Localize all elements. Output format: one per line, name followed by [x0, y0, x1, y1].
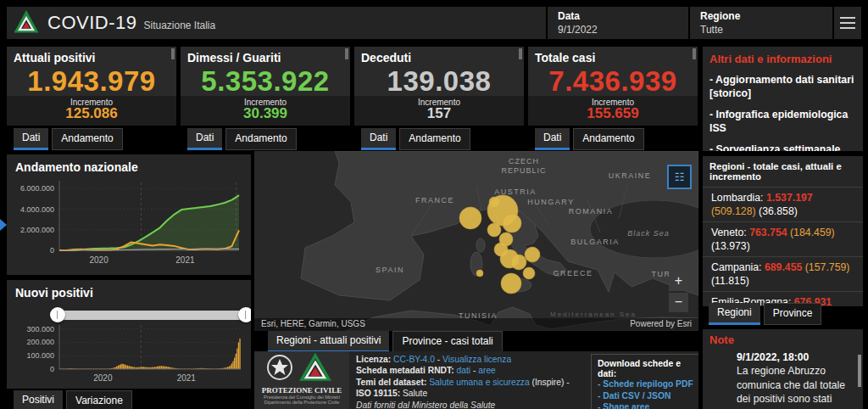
svg-text:2021: 2021	[177, 373, 197, 383]
region-row-veneto[interactable]: Veneto: 763.754 (184.459) (13.973)	[703, 221, 863, 256]
region-row-lombardia[interactable]: Lombardia: 1.537.197 (509.128) (36.858)	[703, 187, 863, 221]
powered-by-esri[interactable]: Powered by Esri	[630, 319, 692, 328]
andamento-nazionale-panel: Andamento nazionale 02.000.0004.000.0006…	[7, 154, 251, 275]
map-label-black-sea: Black Sea	[627, 229, 670, 238]
zoom-in-button[interactable]: +	[669, 272, 688, 291]
tab-andamento[interactable]: Andamento	[225, 128, 296, 150]
card-value: 7.436.939	[528, 65, 698, 98]
tab-andamento[interactable]: Andamento	[399, 128, 470, 150]
footer-tabs: Positivi Variazione	[14, 390, 132, 409]
header-region-block[interactable]: Regione Tutte	[688, 7, 832, 39]
map-label-spain: SPAIN	[376, 266, 404, 274]
chart-title: Nuovi positivi	[7, 280, 251, 300]
date-label: Data	[558, 10, 678, 22]
svg-text:200.000: 200.000	[26, 338, 54, 346]
tab-dati[interactable]: Dati	[361, 128, 396, 150]
tab-dati[interactable]: Dati	[535, 128, 570, 150]
incremento-value: 30.399	[181, 107, 350, 120]
svg-text:2020: 2020	[93, 373, 113, 383]
protezione-civile-logo-icon	[14, 10, 39, 36]
region-totale: 1.537.197	[766, 192, 813, 204]
tab-andamento[interactable]: Andamento	[52, 128, 122, 150]
tab-variazione[interactable]: Variazione	[66, 390, 132, 409]
map-label-romania: ROMANIA	[569, 207, 614, 216]
zoom-out-button[interactable]: −	[669, 293, 688, 312]
card-scrollbar[interactable]	[519, 48, 522, 59]
separator: -	[470, 366, 478, 375]
note-scrollbar[interactable]	[858, 355, 861, 387]
card-value: 139.038	[354, 65, 524, 98]
visualizza-licenza-link[interactable]: Visualizza licenza	[442, 355, 511, 364]
map-label-hungary: HUNGARY	[527, 198, 574, 206]
cc-by-link[interactable]: CC-BY-4.0	[393, 355, 435, 364]
region-attuali: (157.759)	[805, 261, 850, 273]
org-name: PROTEZIONE CIVILE	[254, 386, 349, 395]
tab-province[interactable]: Province	[764, 303, 822, 325]
card-scrollbar[interactable]	[693, 48, 696, 59]
region-row-campania[interactable]: Campania: 689.455 (157.759) (11.815)	[703, 256, 863, 291]
hamburger-menu-icon[interactable]	[832, 7, 861, 39]
card-scrollbar[interactable]	[345, 48, 348, 59]
header-date-block[interactable]: Data 9/1/2022	[546, 7, 688, 39]
time-range-slider[interactable]	[58, 311, 246, 320]
protezione-civile-emblem-icon	[254, 351, 349, 385]
region-name: Lombardia:	[711, 192, 764, 204]
licenza-label: Licenza:	[356, 355, 391, 364]
regioni-list-panel: Regioni - totale casi, attuali e increme…	[703, 156, 863, 306]
tab-regioni-attuali-positivi[interactable]: Regioni - attuali positivi	[268, 331, 389, 353]
temi-label: Temi del dataset:	[356, 378, 426, 387]
tab-regioni[interactable]: Regioni	[709, 303, 760, 325]
metadati-label: Scheda metadati RNDT:	[356, 366, 454, 375]
region-attuali: (509.128)	[711, 205, 756, 217]
app-subtitle: Situazione Italia	[143, 20, 215, 31]
tab-dati[interactable]: Dati	[14, 128, 48, 150]
attribution-sources: Esri, HERE, Garmin, USGS	[261, 319, 365, 328]
tab-dati[interactable]: Dati	[187, 128, 222, 150]
region-incremento: (13.973)	[711, 240, 750, 252]
svg-text:0: 0	[50, 365, 54, 373]
separator: -	[435, 355, 442, 364]
nuovi-positivi-chart[interactable]: 0100.000200.000300.00020202021	[7, 320, 251, 384]
svg-text:0: 0	[50, 246, 54, 255]
download-pdf-link[interactable]: - Schede riepilogo PDF	[598, 378, 698, 390]
download-csv-json-link[interactable]: - Dati CSV / JSON	[598, 390, 698, 402]
europe-map[interactable]: CZECH REPUBLIC UKRAINE FRANCE AUSTRIA HU…	[254, 151, 698, 331]
tab-andamento[interactable]: Andamento	[573, 128, 643, 150]
tab-positivi[interactable]: Positivi	[14, 390, 63, 409]
license-text: Licenza: CC-BY-4.0 - Visualizza licenza …	[356, 354, 587, 409]
svg-text:2021: 2021	[175, 255, 195, 265]
andamento-nazionale-chart[interactable]: 02.000.0004.000.0006.000.00020202021	[7, 176, 251, 273]
link-sorveglianza-regioni[interactable]: - Sorveglianza settimanale Regioni	[709, 143, 856, 151]
svg-text:2.000.000: 2.000.000	[20, 226, 54, 234]
link-aggiornamento-dati[interactable]: - Aggiornamento dati sanitari [storico]	[709, 73, 856, 100]
header: COVID-19 Situazione Italia Data 9/1/2022…	[7, 7, 861, 39]
slider-handle-right[interactable]	[238, 307, 251, 322]
svg-text:300.000: 300.000	[26, 325, 54, 333]
svg-text:4.000.000: 4.000.000	[20, 205, 54, 214]
date-value: 9/1/2022	[558, 24, 678, 36]
card-scrollbar[interactable]	[171, 48, 175, 59]
salute-umana-link[interactable]: Salute umana e sicurezza	[429, 378, 529, 387]
map-tabs: Regioni - attuali positivi Province - ca…	[268, 331, 503, 353]
card-attuali-positivi: Attuali positivi 1.943.979 Incremento 12…	[7, 47, 176, 126]
panel-expander-arrow-icon[interactable]	[0, 219, 7, 231]
map-label-austria: AUSTRIA	[494, 188, 537, 196]
download-title: Download schede e dati:	[598, 358, 698, 378]
download-shape-link[interactable]: - Shape aree	[598, 401, 698, 409]
note-panel: Note 9/1/2022, 18:00 La regione Abruzzo …	[703, 329, 863, 409]
card1-tabs: Dati Andamento	[14, 128, 123, 150]
dati-link[interactable]: dati	[456, 366, 470, 375]
temi-mid: (Inspire) -	[530, 378, 570, 387]
tab-province-casi-totali[interactable]: Province - casi totali	[392, 331, 502, 353]
layer-list-button[interactable]: ☷	[667, 165, 692, 189]
slider-handle-left[interactable]	[50, 307, 65, 322]
aree-link[interactable]: aree	[478, 366, 496, 375]
download-box: Download schede e dati: - Schede riepilo…	[591, 354, 698, 409]
region-totale: 689.455	[765, 261, 802, 273]
iso-value: Salute	[400, 389, 427, 398]
link-infografica-iss[interactable]: - Infografica epidemiologica ISS	[709, 108, 856, 135]
card-dimessi-guariti: Dimessi / Guariti 5.353.922 Incremento 3…	[181, 47, 350, 126]
region-totale: 763.754	[749, 227, 787, 238]
card4-tabs: Dati Andamento	[535, 128, 644, 150]
dati-forniti-line: Dati forniti dal Ministero della Salute	[356, 400, 587, 409]
